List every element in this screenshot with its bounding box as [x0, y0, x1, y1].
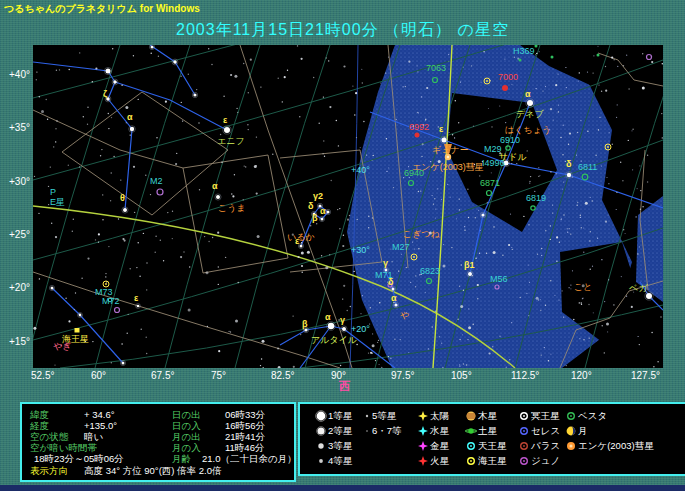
altitude-tick-label: +15°: [0, 336, 30, 347]
legend-item-label: 3等星: [328, 440, 352, 453]
chart-label: α: [391, 293, 397, 303]
legend-item-label: 土星: [478, 425, 497, 438]
legend-item-label: 4等星: [328, 455, 352, 468]
declination-label: +20°: [351, 324, 370, 334]
cluster-dot-symbol: [551, 56, 554, 59]
chart-label: 7000: [498, 72, 518, 82]
mag1-legend-icon: [314, 409, 328, 423]
legend-item-label: ジュノ: [531, 455, 560, 468]
chart-label: デネブ: [516, 109, 544, 119]
chart-label: β: [302, 319, 308, 329]
legend-item-label: 金星: [430, 440, 449, 453]
direction-label: 西: [339, 379, 350, 394]
legend-item-label: ベスタ: [578, 410, 607, 423]
chart-label: α: [212, 181, 218, 191]
chart-label: I4996: [482, 158, 505, 168]
info-value: +135.0°: [84, 420, 117, 431]
chart-label: P: [50, 187, 56, 197]
chart-label: α: [525, 89, 531, 99]
altitude-tick-label: +35°: [0, 122, 30, 133]
info-panel: 緯度+ 34.6°日の出06時33分経度+135.0°日の入16時56分空の状態…: [20, 402, 296, 482]
uranus-legend-icon: [464, 439, 478, 453]
chart-label: ζ: [103, 89, 107, 99]
chart-label: 6992: [409, 122, 429, 132]
sun-legend-icon: [416, 409, 430, 423]
chart-label: α: [320, 206, 326, 216]
chart-label: や: [400, 310, 409, 320]
legend-item-label: エンケ(2003)彗星: [578, 440, 654, 453]
chart-label: ベガ: [629, 283, 648, 293]
chart-label: 6819: [526, 193, 546, 203]
legend-item-label: 冥王星: [531, 410, 560, 423]
star-chart[interactable]: αεδβ1γδαζαθεαγ2δαβεεαγβデネブエニフアルタイルサドルベガギ…: [33, 45, 663, 368]
chart-label: δ: [566, 159, 572, 169]
sky-map-canvas[interactable]: αεδβ1γδαζαθεαγ2δαβεεαγβデネブエニフアルタイルサドルベガギ…: [33, 45, 663, 368]
azimuth-tick-label: 75°: [211, 370, 226, 381]
planetarium-window: つるちゃんのプラネタリウム for Windows 2003年11月15日21時…: [0, 0, 685, 491]
mag2-legend-icon: [314, 424, 328, 438]
mag3-legend-icon: [314, 439, 328, 453]
legend-item-label: 2等星: [328, 425, 352, 438]
legend-panel: 1等星2等星3等星4等星5等星6・7等太陽水星金星火星木星土星天王星海王星冥王星…: [298, 402, 685, 476]
chart-label: γ: [383, 258, 388, 268]
chart-label: こうま: [218, 203, 246, 213]
cluster-dot-symbol: [597, 54, 600, 57]
neptune-symbol: [75, 328, 80, 333]
chart-label: エンケ(2003)彗星: [412, 162, 484, 172]
chart-label: α: [325, 312, 331, 322]
chart-title: 2003年11月15日21時00分 （明石） の星空: [0, 20, 685, 41]
declination-label: +40°: [351, 165, 370, 175]
chart-label: こと: [574, 282, 592, 292]
legend-item-label: 天王星: [478, 440, 507, 453]
window-edge: [0, 485, 685, 491]
juno-legend-icon: [517, 454, 531, 468]
pallas-legend-icon: [517, 439, 531, 453]
legend-item-label: 太陽: [430, 410, 449, 423]
chart-label: いるか: [287, 232, 315, 242]
chart-label: 海王星: [62, 334, 89, 344]
altitude-tick-label: +20°: [0, 282, 30, 293]
chart-label: γ: [340, 315, 345, 325]
azimuth-tick-label: 97.5°: [391, 370, 414, 381]
chart-label: ε: [134, 293, 139, 303]
azimuth-tick-label: 60°: [91, 370, 106, 381]
mars-legend-icon: [416, 454, 430, 468]
info-highlight-label: 表示方向: [30, 465, 68, 478]
moon-legend-icon: [564, 424, 578, 438]
chart-label: ε: [223, 115, 228, 125]
declination-label: +30°: [351, 245, 370, 255]
altitude-tick-label: +25°: [0, 229, 30, 240]
chart-label: ギェナー: [432, 145, 469, 155]
mag4-legend-icon: [314, 454, 328, 468]
chart-label: M27: [392, 242, 410, 252]
chart-label: α: [127, 112, 133, 122]
chart-label: β1: [464, 260, 475, 270]
chart-label: M2: [150, 176, 163, 186]
chart-label: 7063: [426, 63, 446, 73]
chart-label: こぎつね: [403, 229, 440, 239]
azimuth-tick-label: 82.5°: [271, 370, 294, 381]
info-value: + 34.6°: [84, 409, 114, 420]
vesta-legend-icon: [564, 409, 578, 423]
chart-label: E星: [50, 197, 65, 207]
chart-label: 6871: [480, 178, 500, 188]
comet-legend-icon: [564, 439, 578, 453]
altitude-tick-label: +30°: [0, 176, 30, 187]
legend-item-label: 木星: [478, 410, 497, 423]
nebula-symbol: [502, 85, 508, 91]
legend-item-label: 月: [578, 425, 588, 438]
azimuth-tick-label: 127.5°: [631, 370, 660, 381]
venus-legend-icon: [416, 439, 430, 453]
legend-item-label: 火星: [430, 455, 449, 468]
chart-label: 6823: [420, 266, 440, 276]
chart-label: M71: [375, 270, 393, 280]
info-value: 高度 34° 方位 90°(西) 倍率 2.0倍: [84, 465, 221, 478]
chart-label: エニフ: [217, 136, 245, 146]
ceres-legend-icon: [517, 424, 531, 438]
legend-item-label: 1等星: [328, 410, 352, 423]
chart-label: δ: [308, 201, 314, 211]
chart-label: 6811: [578, 162, 597, 172]
azimuth-tick-label: 120°: [571, 370, 592, 381]
legend-item-label: 水星: [430, 425, 449, 438]
chart-label: はくちょう: [505, 125, 551, 135]
